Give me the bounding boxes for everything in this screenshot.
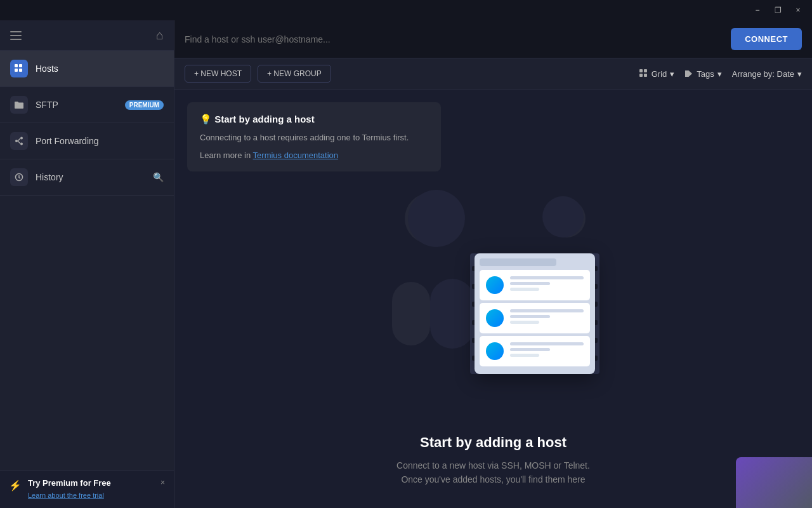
art-text-line-shorter (510, 288, 539, 291)
svg-line-8 (18, 141, 20, 144)
clock-icon (10, 168, 28, 186)
art-host-text-3 (510, 342, 584, 359)
empty-state-title: Start by adding a host (420, 434, 566, 451)
tags-chevron-icon: ▾ (717, 69, 722, 79)
art-text-line (510, 276, 584, 279)
svg-rect-11 (644, 69, 647, 72)
svg-rect-13 (644, 74, 647, 77)
termius-docs-link[interactable]: Termius documentation (253, 150, 338, 160)
hosts-list-art (475, 253, 595, 374)
premium-badge: Premium (125, 100, 164, 110)
lightning-icon: ⚡ (9, 479, 22, 491)
art-host-card-3 (480, 336, 590, 366)
art-host-text-1 (510, 276, 584, 293)
art-header (480, 258, 557, 266)
menu-icon[interactable] (10, 31, 22, 40)
arrange-option[interactable]: Arrange by: Date ▾ (732, 69, 802, 79)
cloud-left-icon (392, 282, 431, 345)
svg-rect-0 (15, 64, 18, 67)
new-host-button[interactable]: + NEW HOST (185, 65, 251, 83)
arrange-label: Arrange by: Date (732, 69, 794, 79)
art-text-line-short (510, 282, 551, 285)
svg-rect-1 (19, 64, 22, 67)
minimize-button[interactable]: − (749, 1, 766, 19)
info-card-title: 💡 Start by adding a host (200, 114, 428, 125)
svg-point-5 (20, 143, 23, 145)
svg-rect-10 (639, 69, 643, 72)
svg-rect-2 (15, 69, 18, 72)
art-avatar-2 (486, 309, 504, 327)
toolbar: + NEW HOST + NEW GROUP Grid ▾ (174, 58, 812, 90)
premium-close-icon[interactable]: × (160, 478, 165, 487)
svg-point-4 (20, 137, 23, 140)
art-text-line-3 (510, 342, 584, 345)
empty-state-desc-line1: Connect to a new host via SSH, MOSH or T… (396, 458, 590, 472)
close-button[interactable]: × (789, 1, 807, 19)
empty-state-description: Connect to a new host via SSH, MOSH or T… (396, 458, 590, 487)
sidebar-header: ⌂ (0, 20, 174, 51)
port-forwarding-label: Port Forwarding (36, 136, 164, 146)
search-input[interactable] (185, 34, 723, 44)
titlebar: − ❐ × (0, 0, 812, 20)
history-search-icon[interactable]: 🔍 (153, 172, 164, 182)
art-host-card-2 (480, 303, 590, 333)
search-bar: CONNECT (174, 20, 812, 58)
art-text-line-shorter-2 (510, 321, 539, 324)
sidebar: ⌂ Hosts SFTP Premium (0, 20, 174, 508)
bottom-preview-thumbnail (736, 457, 812, 508)
connect-button[interactable]: CONNECT (731, 28, 802, 50)
info-card-body: Connecting to a host requires adding one… (200, 131, 428, 144)
art-avatar-1 (486, 276, 504, 294)
grid-label: Grid (652, 69, 667, 79)
premium-title: Try Premium for Free (28, 478, 154, 488)
new-group-button[interactable]: + NEW GROUP (258, 65, 331, 83)
share-icon (10, 132, 28, 150)
main-content: CONNECT + NEW HOST + NEW GROUP Grid ▾ (174, 20, 812, 508)
art-host-text-2 (510, 309, 584, 326)
art-avatar-3 (486, 342, 504, 360)
empty-state-desc-line2: Once you've added hosts, you'll find the… (396, 472, 590, 486)
grid-chevron-icon: ▾ (670, 69, 674, 79)
grid-icon (10, 60, 28, 77)
sftp-label: SFTP (36, 100, 125, 110)
history-label: History (36, 172, 153, 182)
arrange-chevron-icon: ▾ (797, 69, 802, 79)
restore-button[interactable]: ❐ (769, 1, 787, 19)
folder-icon (10, 96, 28, 114)
content-area: 💡 Start by adding a host Connecting to a… (174, 90, 812, 508)
hosts-illustration (392, 212, 595, 415)
sidebar-item-hosts[interactable]: Hosts (0, 51, 174, 87)
premium-text: Try Premium for Free Learn about the fre… (28, 478, 154, 500)
cloud-right-icon (430, 279, 474, 349)
sidebar-item-history[interactable]: History 🔍 (0, 159, 174, 196)
view-options: Grid ▾ Tags ▾ Arrange by: Date ▾ (639, 69, 802, 79)
info-card: 💡 Start by adding a host Connecting to a… (187, 102, 441, 171)
window-controls: − ❐ × (749, 1, 807, 19)
svg-line-7 (18, 138, 20, 141)
art-text-line-short-3 (510, 348, 551, 351)
svg-rect-3 (19, 69, 22, 72)
home-icon[interactable]: ⌂ (156, 28, 164, 43)
art-text-line-2 (510, 309, 584, 312)
tags-label: Tags (697, 69, 714, 79)
premium-banner: ⚡ Try Premium for Free Learn about the f… (0, 470, 174, 508)
empty-state: Start by adding a host Connect to a new … (187, 187, 799, 509)
sidebar-item-port-forwarding[interactable]: Port Forwarding (0, 123, 174, 159)
sidebar-item-sftp[interactable]: SFTP Premium (0, 87, 174, 123)
info-card-link-text: Learn more in Termius documentation (200, 150, 428, 160)
grid-view-option[interactable]: Grid ▾ (639, 69, 675, 79)
app-body: ⌂ Hosts SFTP Premium (0, 20, 812, 508)
svg-rect-12 (639, 74, 643, 77)
hosts-label: Hosts (36, 64, 164, 74)
premium-link[interactable]: Learn about the free trial (28, 491, 104, 499)
art-text-line-shorter-3 (510, 354, 539, 357)
art-host-card-1 (480, 270, 590, 300)
art-text-line-short-2 (510, 315, 551, 318)
svg-point-6 (15, 140, 18, 142)
tags-option[interactable]: Tags ▾ (684, 69, 721, 79)
